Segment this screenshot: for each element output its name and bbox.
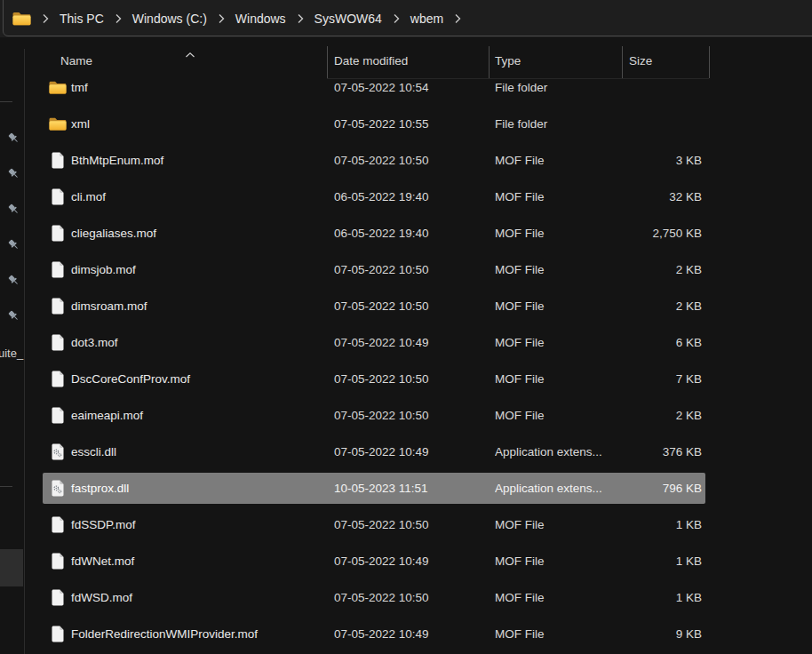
breadcrumb-item[interactable]: This PC [60, 12, 104, 26]
file-size: 6 KB [676, 324, 702, 361]
file-row[interactable]: DscCoreConfProv.mof07-05-2022 10:50MOF F… [25, 361, 812, 397]
file-row[interactable]: xml07-05-2022 10:55File folder [25, 106, 812, 142]
file-size: 796 KB [663, 470, 702, 506]
file-name: FolderRedirectionWMIProvider.mof [71, 616, 258, 652]
pin-icon [7, 132, 20, 145]
file-size: 2,750 KB [652, 215, 702, 251]
file-date-modified: 07-05-2022 10:50 [334, 506, 429, 543]
breadcrumb: This PCWindows (C:)WindowsSysWOW64wbem [12, 0, 461, 37]
file-row[interactable]: BthMtpEnum.mof07-05-2022 10:50MOF File3 … [25, 142, 812, 179]
sidebar-item-label[interactable]: uite_ [0, 347, 23, 360]
file-size: 376 KB [663, 434, 702, 470]
mof-file-icon [51, 152, 65, 169]
file-date-modified: 10-05-2023 11:51 [334, 470, 428, 506]
chevron-right-icon[interactable] [454, 13, 461, 24]
column-header-date-modified[interactable]: Date modified [334, 54, 408, 68]
sidebar-pinned-item[interactable] [7, 132, 21, 146]
file-name: dot3.mof [71, 324, 118, 361]
file-icon-wrap [49, 371, 67, 388]
file-size: 2 KB [676, 251, 702, 288]
file-date-modified: 06-05-2022 19:40 [334, 215, 429, 251]
file-size: 2 KB [676, 288, 702, 324]
sidebar-pinned-item[interactable] [7, 203, 21, 217]
file-name: fdWSD.mof [71, 579, 132, 616]
file-date-modified: 07-05-2022 10:49 [334, 324, 429, 361]
file-type: Application extens... [495, 470, 619, 506]
file-type: MOF File [495, 215, 619, 251]
column-header-name[interactable]: Name [60, 54, 92, 68]
file-row[interactable]: FolderRedirectionWMIProvider.mof07-05-20… [25, 616, 812, 652]
sidebar-pinned-item[interactable] [7, 274, 21, 288]
folder-icon [49, 117, 67, 132]
file-type: MOF File [495, 179, 619, 215]
file-row[interactable]: dimsroam.mof07-05-2022 10:50MOF File2 KB [25, 288, 812, 324]
file-row[interactable]: tmf07-05-2022 10:54File folder [25, 69, 812, 106]
sidebar-pinned-item[interactable] [7, 309, 21, 323]
file-row[interactable]: fastprox.dll10-05-2023 11:51Application … [25, 470, 812, 506]
breadcrumb-item[interactable]: Windows [235, 12, 286, 26]
file-row[interactable]: eaimeapi.mof07-05-2022 10:50MOF File2 KB [25, 397, 812, 434]
pin-icon [7, 203, 20, 216]
file-icon-wrap [49, 188, 67, 206]
file-type: MOF File [495, 361, 619, 397]
file-name: xml [71, 106, 90, 142]
file-row[interactable]: esscli.dll07-05-2022 10:49Application ex… [25, 434, 812, 470]
file-type: MOF File [495, 288, 619, 324]
sidebar-pinned-item[interactable] [7, 238, 21, 252]
file-row[interactable]: dot3.mof07-05-2022 10:49MOF File6 KB [25, 324, 812, 361]
file-list: tmf07-05-2022 10:54File folderxml07-05-2… [25, 69, 812, 652]
file-type: MOF File [495, 142, 619, 179]
pin-icon [7, 167, 20, 180]
breadcrumb-item[interactable]: wbem [410, 12, 443, 26]
file-type: MOF File [495, 506, 619, 543]
file-date-modified: 07-05-2022 10:55 [334, 106, 429, 142]
file-row[interactable]: fdWNet.mof07-05-2022 10:49MOF File1 KB [25, 543, 812, 579]
mof-file-icon [51, 407, 65, 424]
file-name: fdWNet.mof [71, 543, 134, 579]
file-icon-wrap [49, 225, 67, 243]
file-size: 1 KB [676, 543, 702, 579]
file-name: fdSSDP.mof [71, 506, 136, 543]
file-size: 3 KB [676, 142, 702, 179]
file-row[interactable]: fdWSD.mof07-05-2022 10:50MOF File1 KB [25, 579, 812, 616]
dll-file-icon [51, 443, 65, 460]
mof-file-icon [51, 626, 65, 642]
file-name: dimsjob.mof [71, 251, 136, 288]
file-size: 9 KB [676, 616, 702, 652]
pin-icon [7, 309, 20, 323]
chevron-right-icon[interactable] [115, 13, 122, 24]
file-row[interactable]: cliegaliases.mof06-05-2022 19:40MOF File… [25, 215, 812, 251]
nav-section-divider [0, 101, 12, 102]
file-name: DscCoreConfProv.mof [71, 361, 190, 397]
file-row[interactable]: cli.mof06-05-2022 19:40MOF File32 KB [25, 179, 812, 215]
file-name: BthMtpEnum.mof [71, 142, 163, 179]
file-type: MOF File [495, 616, 619, 652]
file-size: 1 KB [676, 506, 702, 543]
breadcrumb-item[interactable]: Windows (C:) [132, 12, 207, 26]
folder-icon [12, 12, 31, 27]
mof-file-icon [51, 516, 65, 533]
column-header-size[interactable]: Size [629, 54, 652, 68]
mof-file-icon [51, 188, 65, 205]
chevron-right-icon[interactable] [297, 13, 304, 24]
sidebar-pinned-item[interactable] [7, 167, 21, 181]
mof-file-icon [51, 225, 65, 242]
chevron-right-icon[interactable] [393, 13, 400, 24]
breadcrumb-item[interactable]: SysWOW64 [314, 12, 382, 26]
file-explorer-window: This PCWindows (C:)WindowsSysWOW64wbem u… [0, 0, 812, 654]
file-name: cli.mof [71, 179, 106, 215]
file-date-modified: 07-05-2022 10:49 [334, 616, 429, 652]
file-icon-wrap [49, 334, 67, 352]
file-row[interactable]: dimsjob.mof07-05-2022 10:50MOF File2 KB [25, 251, 812, 288]
file-icon-wrap [49, 152, 67, 170]
chevron-right-icon[interactable] [218, 13, 225, 24]
file-name: fastprox.dll [71, 470, 129, 506]
file-date-modified: 07-05-2022 10:50 [334, 361, 429, 397]
chevron-right-icon[interactable] [42, 13, 49, 24]
column-header-type[interactable]: Type [495, 54, 521, 68]
file-size: 32 KB [669, 179, 702, 215]
sort-ascending-icon [185, 46, 195, 62]
file-row[interactable]: fdSSDP.mof07-05-2022 10:50MOF File1 KB [25, 506, 812, 543]
sidebar-selected-item[interactable] [0, 549, 23, 586]
file-size: 7 KB [676, 361, 702, 397]
